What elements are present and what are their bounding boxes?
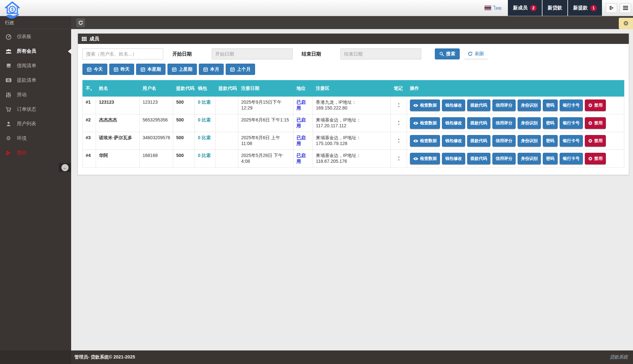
- action-password-button[interactable]: 密码: [543, 153, 558, 164]
- action-wallet-edit-button[interactable]: 钱包修改: [442, 135, 465, 147]
- ban-icon: [588, 121, 593, 125]
- new-withdrawals-label: 新提款: [573, 5, 588, 11]
- sidebar-item-environment[interactable]: ⚙ 环境: [0, 131, 71, 146]
- col-operations: 操作: [407, 80, 624, 97]
- sidebar-item-dashboard[interactable]: 仪表板: [0, 29, 71, 44]
- action-disable-button[interactable]: 禁用: [585, 135, 606, 147]
- today-button[interactable]: 今天: [82, 64, 107, 75]
- calendar-icon: [230, 67, 235, 72]
- language-switch-link[interactable]: ไทย: [482, 0, 508, 16]
- action-bank-card-button[interactable]: 银行卡号: [560, 117, 583, 129]
- settings-gear-button[interactable]: ⚙: [619, 18, 633, 29]
- sidebar-item-withdraw-list[interactable]: 提款清单: [0, 73, 71, 88]
- navbar-right: ไทย 新成员 2 新贷款 新提款 1: [482, 0, 633, 16]
- new-withdrawals-button[interactable]: 新提款 1: [567, 0, 602, 16]
- search-input[interactable]: [82, 48, 163, 59]
- row-number: #1: [86, 99, 91, 105]
- note-spinner-up[interactable]: ▲: [397, 155, 401, 159]
- action-password-button[interactable]: 密码: [543, 99, 558, 111]
- note-spinner-up[interactable]: ▲: [397, 138, 401, 141]
- action-disable-button[interactable]: 禁用: [585, 153, 606, 164]
- note-spinner-down[interactable]: ▼: [397, 105, 401, 109]
- note-spinner-up[interactable]: ▲: [397, 102, 401, 105]
- row-number: #2: [86, 117, 91, 122]
- member-withdraw-code: 500: [176, 153, 184, 158]
- eye-icon: [413, 121, 418, 125]
- sidebar-item-loan-list[interactable]: 借阅清单: [0, 58, 71, 73]
- action-withdraw-code-button[interactable]: 提款代码: [467, 99, 490, 111]
- last-month-button[interactable]: 上个月: [226, 64, 255, 75]
- action-wallet-edit-button[interactable]: 钱包修改: [442, 117, 465, 129]
- status-enabled-link[interactable]: 已启用: [296, 135, 306, 146]
- sidebar-item-order-status[interactable]: 订单状态: [0, 102, 71, 117]
- action-credit-score-button[interactable]: 信用评分: [492, 117, 516, 129]
- end-date-input[interactable]: [340, 48, 421, 59]
- status-enabled-link[interactable]: 已启用: [296, 117, 306, 128]
- refresh-link[interactable]: 刷新: [465, 48, 488, 59]
- action-check-data-button[interactable]: 检查数据: [410, 153, 440, 164]
- this-month-button[interactable]: 本月: [199, 64, 224, 75]
- col-wallet: 钱包: [195, 80, 216, 97]
- house-dollar-hand-logo[interactable]: $: [4, 1, 21, 19]
- sidebar-item-slides[interactable]: 滑动: [0, 88, 71, 102]
- action-identity-button[interactable]: 身份识别: [518, 153, 541, 164]
- action-withdraw-code-button[interactable]: 提款代码: [467, 117, 490, 129]
- search-button[interactable]: 搜索: [435, 48, 460, 59]
- action-identity-button[interactable]: 身份识别: [518, 117, 541, 129]
- eye-icon: [413, 157, 418, 161]
- yesterday-button[interactable]: 昨天: [109, 64, 134, 75]
- members-panel: 成员 开始日期 结束日期: [78, 33, 629, 175]
- action-credit-score-button[interactable]: 信用评分: [492, 99, 516, 111]
- last-week-button[interactable]: 上星期: [167, 64, 197, 75]
- member-wallet: 0 比索: [198, 117, 211, 122]
- main-row: 行政 仪表板 所有会员: [0, 16, 633, 364]
- action-identity-button[interactable]: 身份识别: [518, 135, 541, 147]
- sliders-icon: [5, 92, 12, 98]
- status-enabled-link[interactable]: 已启用: [296, 99, 306, 110]
- action-password-button[interactable]: 密码: [543, 135, 558, 147]
- user-icon: [5, 121, 12, 127]
- note-spinner-down[interactable]: ▼: [397, 159, 401, 162]
- start-date-input[interactable]: [212, 48, 293, 59]
- sidebar-item-logout[interactable]: 登出: [0, 146, 71, 160]
- action-disable-button[interactable]: 禁用: [585, 117, 606, 129]
- action-bank-card-button[interactable]: 银行卡号: [560, 99, 583, 111]
- note-spinner-up[interactable]: ▲: [397, 120, 401, 123]
- action-withdraw-code-button[interactable]: 提款代码: [467, 153, 490, 164]
- new-loans-button[interactable]: 新贷款: [542, 0, 567, 16]
- action-wallet-edit-button[interactable]: 钱包修改: [442, 153, 465, 164]
- calendar-icon: [87, 67, 91, 72]
- action-wallet-edit-button[interactable]: 钱包修改: [442, 99, 465, 111]
- action-bank-card-button[interactable]: 银行卡号: [560, 135, 583, 147]
- eye-icon: [413, 139, 418, 143]
- logout-icon-button[interactable]: [606, 3, 617, 13]
- sidebar-item-label: 用户列表: [17, 121, 36, 127]
- action-credit-score-button[interactable]: 信用评分: [492, 153, 516, 164]
- new-members-button[interactable]: 新成员 2: [508, 0, 542, 16]
- action-disable-button[interactable]: 禁用: [585, 99, 606, 111]
- action-bank-card-button[interactable]: 银行卡号: [560, 153, 583, 164]
- note-spinner-down[interactable]: ▼: [397, 123, 401, 126]
- member-username: 34603209576: [143, 135, 170, 140]
- sidebar-item-all-members[interactable]: 所有会员: [0, 44, 71, 58]
- action-check-data-button[interactable]: 检查数据: [410, 135, 440, 147]
- sidebar-collapse-button[interactable]: ←: [59, 163, 71, 172]
- action-credit-score-button[interactable]: 信用评分: [492, 135, 516, 147]
- sidebar-item-user-list[interactable]: 用户列表: [0, 117, 71, 131]
- action-withdraw-code-button[interactable]: 提款代码: [467, 135, 490, 147]
- page-refresh-button[interactable]: [76, 18, 85, 27]
- ban-icon: [588, 156, 593, 161]
- this-week-button[interactable]: 本星期: [136, 64, 166, 75]
- member-withdraw-code: 500: [176, 99, 184, 105]
- action-password-button[interactable]: 密码: [543, 117, 558, 129]
- action-check-data-button[interactable]: 检查数据: [410, 117, 440, 129]
- menu-toggle-button[interactable]: [620, 3, 631, 13]
- footer-copyright: 管理员- 贷款系统© 2021-2025: [74, 354, 135, 360]
- action-identity-button[interactable]: 身份识别: [518, 99, 541, 111]
- gear-icon: ⚙: [623, 20, 628, 27]
- col-register-date: 注册日期: [238, 80, 294, 97]
- status-enabled-link[interactable]: 已启用: [296, 153, 306, 164]
- action-check-data-button[interactable]: 检查数据: [410, 99, 440, 111]
- start-date-label: 开始日期: [172, 51, 192, 57]
- note-spinner-down[interactable]: ▼: [397, 141, 401, 144]
